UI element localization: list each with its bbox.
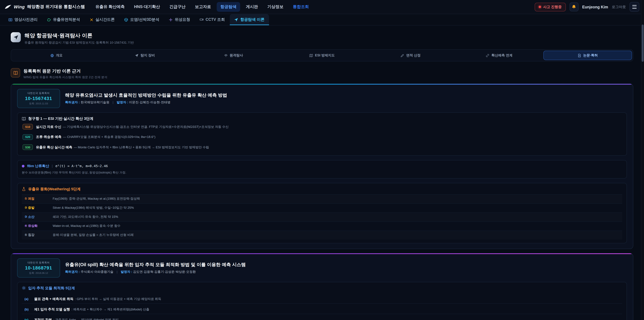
logo-text: Wing [14, 4, 25, 10]
radar-icon [224, 54, 228, 57]
patent-number: 10-1567431 [21, 96, 56, 101]
weathering-header: 유출유 풍화(Weathering) 5단계 [22, 186, 622, 191]
weathering-panel: 유출유 풍화(Weathering) 5단계 ① 퍼짐 Fay(1969): 중… [17, 183, 627, 243]
claim-panel-header: 청구항 1 — ESI 기반 실시간 확산 3단계 [22, 116, 622, 121]
pill-area-calculation[interactable]: 면적 산정 [366, 51, 455, 60]
scrollbar-thumb[interactable] [642, 25, 644, 62]
nav-weather-info[interactable]: 기상정보 [264, 2, 287, 12]
module-step-row: (b) 제1 입자 추적 모델 실행 : 예측자료 + 확산계수 → 제1 예측… [22, 303, 622, 314]
patent-1-header: 대한민국 등록특허 10-1567431 등록: 2015.11.03 해양 유… [17, 89, 627, 108]
cube-icon [124, 18, 128, 22]
nav-integrated-search[interactable]: 통합조회 [289, 2, 312, 12]
book-icon [22, 117, 26, 121]
top-right-controls: 사고 진행중 Eunjeong Kim 로그아웃 [535, 2, 639, 12]
patent-number-badge: 대한민국 등록특허 10-1567431 등록: 2015.11.03 [17, 89, 60, 108]
patent-registered-date: 등록: 2018.06.12 [21, 271, 56, 275]
nav-reports[interactable]: 보고자료 [191, 2, 215, 12]
weathering-row: ④ 유상화 Water-in-oil, Mackay et al.(1980) … [22, 221, 622, 230]
tab-pollution-ship-3d[interactable]: 오염/선박3D분석 [120, 14, 164, 25]
hamburger-menu-button[interactable] [630, 2, 639, 12]
page-header: 해양 항공탐색·원격탐사 이론 유출유 원격탐지·항공감시 기법·ESI 방제정… [11, 32, 633, 45]
page-subtitle: 유출유 원격탐지·항공감시 기법·ESI 방제정보지도·등록특허 10-1567… [24, 41, 134, 45]
drone-icon [90, 18, 94, 22]
area-icon [47, 18, 51, 22]
step-badge: S20 [22, 134, 33, 140]
patent-card-2: 대한민국 등록특허 10-1868791 등록: 2018.06.12 유출유(… [11, 253, 633, 320]
claim-step-row: S30 유출유 확산 실시간 예측 — Monte Carlo 입자추적 + f… [22, 142, 622, 152]
tab-cctv-view[interactable]: CCTV 조회 [195, 14, 229, 25]
document-icon [578, 54, 581, 57]
book-icon [13, 71, 18, 75]
section-title: 등록특허 원문 기반 이론 근거 [24, 68, 107, 74]
patent-card-1: 대한민국 등록특허 10-1567431 등록: 2015.11.03 해양 유… [11, 84, 633, 249]
pill-forecast-link[interactable]: 확산예측 연계 [455, 51, 544, 60]
weathering-row: ③ 소산 쇄파 기반, 파도에너지·유속 함수, 전체 약 15% [22, 212, 622, 221]
sub-navigation-tabs: 영상사진관리 유출유면적분석 실시간드론 오염/선박3D분석 위성요청 CCTV… [0, 14, 644, 26]
brand-logo[interactable]: Wing 해양환경 위기대응 통합시스템 [5, 4, 85, 10]
fbm-panel: fBm 난류확산 | σ²(t) = A·t^m, m=0.45~2.46 분수… [17, 160, 627, 178]
claim-step-row: S20 조류·취송류 예측 — CHARRY모델 조화분석 + 취송류 경험식(… [22, 131, 622, 142]
patent-number-badge: 대한민국 등록특허 10-1868791 등록: 2018.06.12 [17, 258, 60, 277]
theory-section-pills: 개요 탐지 장비 원격탐사 ESI 방제지도 면적 산정 확산예측 연계 [11, 49, 633, 61]
nav-emergency-rescue[interactable]: 긴급구난 [166, 2, 189, 12]
pencil-icon [400, 54, 404, 57]
tab-realtime-drone[interactable]: 실시간드론 [85, 14, 119, 25]
satellite-icon [169, 18, 173, 22]
section-subtitle: WING 탑재 유출유 확산예측 시스템의 특허 원문 2건 전체 분석 [24, 75, 107, 80]
module-step-row: (c) 전처리 차분 : 관측경로 Δobs ↔ 제1모델 ΔModel 차분 … [22, 314, 622, 320]
plane-icon [135, 54, 138, 57]
nav-hns-air-dispersion[interactable]: HNS·대기확산 [130, 2, 164, 12]
patent-1-title: 해양 유류오염사고 발생시 효율적인 방제방안 수립을 위한 유출유 확산 예측… [65, 92, 227, 98]
patent-2-title: 유출유(Oil spill) 확산 예측을 위한 입자 추적 모듈 최적화 방법… [65, 262, 246, 268]
photo-icon [8, 18, 12, 22]
top-navigation: Wing 해양환경 위기대응 통합시스템 유출유 확산예측 HNS·대기확산 긴… [0, 0, 644, 14]
wing-logo-icon [5, 5, 12, 9]
tab-oil-area-analysis[interactable]: 유출유면적분석 [42, 14, 84, 25]
user-name[interactable]: Eunjeong Kim [582, 5, 608, 9]
gear-icon [22, 286, 26, 290]
pill-remote-sensing[interactable]: 원격탐사 [189, 51, 278, 60]
vertical-scrollbar[interactable] [641, 0, 644, 320]
purple-dot-icon [22, 165, 24, 167]
module-optimization-panel: 입자 추적 모듈 최적화 5단계 (a) 물표 관측 + 예측자료 취득 : G… [17, 282, 627, 320]
incident-status-badge[interactable]: 사고 진행중 [535, 3, 566, 11]
tab-aerial-search-theory[interactable]: 항공탐색 이론 [230, 14, 269, 25]
module-panel-header: 입자 추적 모듈 최적화 5단계 [22, 285, 622, 290]
status-dot-icon [539, 6, 541, 8]
fbm-header: fBm 난류확산 | σ²(t) = A·t^m, m=0.45~2.46 [22, 164, 622, 168]
map-icon [309, 54, 313, 57]
module-steps: (a) 물표 관측 + 예측자료 취득 : GPS 부이 투하 → 실제 이동경… [22, 293, 622, 320]
pill-detection-equipment[interactable]: 탐지 장비 [100, 51, 189, 60]
patent-1-meta: 특허권자 : 한국해양과학기술원 | 발명자 : 이문진·김혜진·이승현·전태병 [65, 100, 227, 105]
tab-satellite-request[interactable]: 위성요청 [164, 14, 194, 25]
weathering-row: ② 증발 Stiver & Mackay(1984) 해석적 방법, 수일~10… [22, 203, 622, 212]
app-window: Wing 해양환경 위기대응 통합시스템 유출유 확산예측 HNS·대기확산 긴… [0, 0, 644, 320]
plane-icon [234, 18, 238, 22]
step-badge: S30 [22, 144, 33, 150]
pill-overview[interactable]: 개요 [12, 51, 100, 60]
paper-plane-icon [13, 35, 18, 40]
claim-step-row: S10 실시간 자료 수신 — 기상예측시스템·위성영상수신시스템·검조소 인터… [22, 121, 622, 131]
hamburger-icon [632, 5, 636, 6]
patent-registered-date: 등록: 2015.11.03 [21, 102, 56, 105]
fbm-description: 분수 브라운운동(fBm) 기반 무작위 확산거리 생성, 등방성(isotro… [22, 170, 622, 175]
cctv-icon [200, 18, 204, 22]
weathering-row: ① 퍼짐 Fay(1969): 중력-관성력, Mackay et al.(19… [22, 194, 622, 203]
pill-papers-patents[interactable]: 논문·특허 [544, 51, 632, 60]
tab-image-photo-management[interactable]: 영상사진관리 [4, 14, 42, 25]
pill-esi-map[interactable]: ESI 방제지도 [278, 51, 366, 60]
patent-number: 10-1868791 [21, 265, 56, 270]
nav-oil-spill-forecast[interactable]: 유출유 확산예측 [92, 2, 128, 12]
step-badge: S10 [22, 124, 33, 130]
weathering-row: ⑤ 침강 용해·미생물 분해, 질량 손실률 = 초기 누유량에 선형 비례 [22, 230, 622, 239]
logout-link[interactable]: 로그아웃 [612, 5, 626, 9]
system-title: 해양환경 위기대응 통합시스템 [27, 4, 85, 10]
main-menu: 유출유 확산예측 HNS·대기확산 긴급구난 보고자료 항공탐색 게시판 기상정… [92, 2, 312, 12]
link-icon [486, 54, 489, 57]
notifications-button[interactable] [569, 2, 578, 12]
nav-aerial-search[interactable]: 항공탐색 [217, 2, 240, 12]
nav-board[interactable]: 게시판 [242, 2, 262, 12]
book-icon-badge [11, 68, 20, 78]
patent-2-header: 대한민국 등록특허 10-1868791 등록: 2018.06.12 유출유(… [17, 258, 627, 277]
main-content: 해양 항공탐색·원격탐사 이론 유출유 원격탐지·항공감시 기법·ESI 방제정… [0, 26, 644, 320]
